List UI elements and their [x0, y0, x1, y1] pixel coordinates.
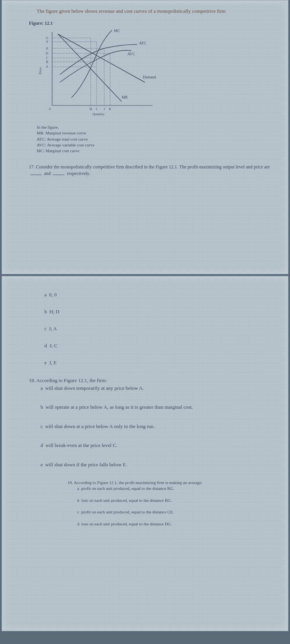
legend-item: AVC: Average variable cost curve — [37, 142, 276, 148]
question-18: 18. According to Figure 12.1, the firm: … — [29, 377, 276, 468]
origin: 0 — [49, 107, 51, 111]
q19-opt-a: a profit on each unit produced, equal to… — [77, 486, 232, 491]
q19-stem: 19. According to Figure 12.1, the profit… — [68, 480, 276, 486]
q19-opt-d: d loss on each unit produced, equal to t… — [77, 521, 232, 527]
option-c: c I; A — [44, 326, 276, 332]
blank — [30, 175, 42, 175]
x-tick: H — [90, 107, 92, 111]
legend-intro: In the figure, — [37, 124, 276, 130]
top-page: The figure given below shows revenue and… — [2, 0, 288, 274]
y-tick: C — [46, 56, 48, 60]
q17-mid: and — [44, 171, 51, 176]
curve-label-mr: MR — [122, 95, 128, 99]
legend-item: MR: Marginal revenue curve — [37, 130, 276, 136]
x-tick: J — [103, 107, 105, 111]
intro-text: The figure given below shows revenue and… — [37, 8, 276, 15]
question-19: 19. According to Figure 12.1, the profit… — [68, 480, 276, 527]
y-tick: D — [46, 51, 49, 55]
q17-options: a 0, 0 b H; D c I; A d J; C e J, E — [44, 292, 276, 366]
q18-opt-b: b will operate at a price below A, as lo… — [41, 403, 234, 411]
legend-item: ATC: Average total cost curve — [37, 136, 276, 142]
legend-item: MC: Marginal cost curve — [37, 148, 276, 154]
option-a: a 0, 0 — [44, 292, 276, 298]
q18-opt-e: e will shut down if the price falls belo… — [41, 461, 234, 469]
svg-line-13 — [58, 34, 145, 82]
y-tick: F — [46, 40, 48, 44]
x-tick: K — [109, 107, 112, 111]
option-e: e J, E — [44, 360, 276, 366]
bottom-page: a 0, 0 b H; D c I; A d J; C e J, E 18. A… — [2, 276, 288, 631]
economics-chart: G F E D C B A 0 H I J K Quantity Price — [37, 28, 276, 119]
q17-end: respectively. — [67, 171, 90, 176]
q19-opt-b: b loss on each unit produced, equal to t… — [77, 498, 232, 503]
x-tick: I — [96, 107, 97, 111]
figure-label: Figure: 12.1 — [29, 20, 276, 26]
curve-label-mc: MC — [114, 29, 120, 33]
y-axis-label: Price — [38, 67, 42, 75]
question-17: 17. Consider the monopolistically compet… — [29, 164, 276, 177]
curve-label-atc: ATC — [139, 41, 146, 45]
y-tick: B — [46, 60, 48, 64]
q18-opt-d: d will break-even at the price level C. — [41, 442, 234, 449]
curve-label-demand: Demand — [143, 75, 156, 79]
svg-line-14 — [58, 34, 122, 102]
curve-label-avc: AVC — [127, 52, 135, 56]
q19-opt-c: c profit on each unit produced, equal to… — [77, 509, 232, 515]
option-d: d J; C — [44, 343, 276, 349]
y-tick: G — [46, 36, 49, 40]
legend: In the figure, MR: Marginal revenue curv… — [37, 124, 276, 154]
x-axis-label: Quantity — [92, 112, 105, 116]
y-tick: A — [46, 65, 49, 68]
blank — [53, 175, 64, 175]
q17-text: 17. Consider the monopolistically compet… — [29, 164, 270, 170]
q18-opt-a: a will shut down temporarily at any pric… — [41, 384, 234, 392]
q18-stem: 18. According to Figure 12.1, the firm: — [29, 377, 276, 384]
y-tick: E — [46, 46, 49, 50]
q18-opt-c: c will shut down at a price below A only… — [41, 423, 234, 430]
option-b: b H; D — [44, 309, 276, 315]
